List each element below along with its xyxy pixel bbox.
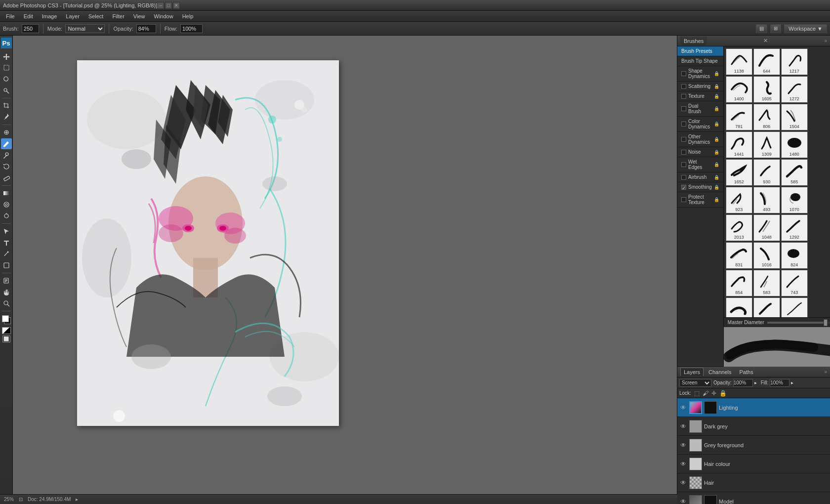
- menu-image[interactable]: Image: [38, 12, 61, 20]
- dual-brush-item[interactable]: Dual Brush 🔒: [677, 101, 723, 117]
- lock-position-icon[interactable]: ✛: [711, 390, 716, 397]
- layer-dark-grey[interactable]: 👁 Dark grey: [677, 417, 830, 436]
- brush-cell-930[interactable]: 930: [753, 159, 780, 186]
- texture-checkbox[interactable]: [681, 94, 686, 99]
- healing-brush-tool[interactable]: [1, 127, 12, 138]
- layer-hair-colour[interactable]: 👁 Hair colour: [677, 455, 830, 473]
- dual-brush-checkbox[interactable]: [681, 106, 686, 111]
- diameter-thumb[interactable]: [824, 319, 828, 326]
- minimize-button[interactable]: ─: [157, 2, 164, 9]
- brush-cell-583[interactable]: 583: [753, 270, 780, 296]
- canvas-image[interactable]: [77, 60, 339, 426]
- brush-cell-781[interactable]: 781: [726, 104, 752, 130]
- color-dynamics-item[interactable]: Color Dynamics 🔒: [677, 117, 723, 132]
- lasso-tool[interactable]: [1, 74, 12, 84]
- path-selection-tool[interactable]: [1, 226, 12, 237]
- hand-tool[interactable]: [1, 287, 12, 297]
- opacity-input[interactable]: [136, 24, 156, 33]
- brush-cell-824[interactable]: 824: [781, 242, 808, 269]
- brush-cell-1504[interactable]: 1504: [781, 104, 808, 130]
- zoom-tool[interactable]: [1, 298, 12, 309]
- menu-edit[interactable]: Edit: [20, 12, 37, 20]
- brush-cell-1400[interactable]: 1400: [726, 76, 752, 103]
- brush-cell-1480[interactable]: 1480: [781, 131, 808, 158]
- scattering-checkbox[interactable]: [681, 84, 686, 89]
- shape-dynamics-item[interactable]: Shape Dynamics 🔒: [677, 66, 723, 82]
- brush-cell-831[interactable]: 831: [726, 242, 752, 269]
- eyedropper-tool[interactable]: [1, 112, 12, 123]
- protect-texture-checkbox[interactable]: [681, 197, 686, 202]
- lock-all-icon[interactable]: 🔒: [719, 390, 727, 397]
- protect-texture-item[interactable]: Protect Texture 🔒: [677, 192, 723, 208]
- brush-cell-806[interactable]: 806: [753, 104, 780, 130]
- opacity-input[interactable]: [733, 379, 753, 387]
- brush-cell-1048[interactable]: 1048: [753, 214, 780, 241]
- layer-hair-visibility[interactable]: 👁: [679, 479, 687, 487]
- color-dynamics-checkbox[interactable]: [681, 122, 686, 126]
- scattering-item[interactable]: Scattering 🔒: [677, 82, 723, 91]
- brush-cell-743[interactable]: 743: [781, 270, 808, 296]
- airbrush-checkbox[interactable]: [681, 175, 686, 180]
- layer-grey-foreground-visibility[interactable]: 👁: [679, 441, 687, 449]
- status-arrow-icon[interactable]: ▸: [76, 497, 78, 502]
- shape-tool[interactable]: [1, 260, 12, 271]
- brush-cell-644[interactable]: 644: [753, 48, 780, 75]
- diameter-slider[interactable]: [767, 322, 830, 324]
- close-button[interactable]: ✕: [173, 2, 180, 9]
- screen-mode-toggle[interactable]: ⬜: [2, 336, 10, 342]
- quick-mask-toggle[interactable]: [2, 327, 11, 334]
- layers-collapse-arrow[interactable]: »: [824, 369, 827, 375]
- move-tool[interactable]: [1, 51, 12, 62]
- history-brush-tool[interactable]: [1, 161, 12, 172]
- menu-window[interactable]: Window: [150, 12, 177, 20]
- layer-hair[interactable]: 👁 Hair: [677, 473, 830, 492]
- brush-cell-1441[interactable]: 1441: [726, 131, 752, 158]
- brush-cell-1309[interactable]: 1309: [753, 131, 780, 158]
- fill-arrow-icon[interactable]: ▸: [791, 380, 793, 385]
- pen-tool[interactable]: [1, 249, 12, 259]
- brushes-collapse-arrow[interactable]: »: [824, 38, 827, 43]
- foreground-color-swatch[interactable]: [2, 315, 9, 322]
- brush-cell-923[interactable]: 923: [726, 187, 752, 213]
- menu-help[interactable]: Help: [178, 12, 198, 20]
- menu-select[interactable]: Select: [84, 12, 108, 20]
- brush-cell-1292[interactable]: 1292: [781, 214, 808, 241]
- quick-select-tool[interactable]: [1, 85, 12, 96]
- wet-edges-checkbox[interactable]: [681, 162, 686, 167]
- shape-dynamics-checkbox[interactable]: [681, 71, 686, 76]
- notes-tool[interactable]: [1, 275, 12, 286]
- brush-presets-item[interactable]: Brush Presets: [677, 46, 723, 56]
- text-tool[interactable]: [1, 237, 12, 248]
- gradient-tool[interactable]: [1, 188, 12, 199]
- paths-tab[interactable]: Paths: [737, 368, 756, 376]
- layer-grey-foreground[interactable]: 👁 Grey foreground: [677, 436, 830, 455]
- menu-file[interactable]: File: [2, 12, 19, 20]
- crop-tool[interactable]: [1, 100, 12, 111]
- brush-cell-1272[interactable]: 1272: [781, 76, 808, 103]
- layer-lighting-visibility[interactable]: 👁: [679, 404, 687, 412]
- smoothing-item[interactable]: ✓ Smoothing 🔒: [677, 182, 723, 192]
- brush-cell-1678[interactable]: 1678: [726, 297, 752, 317]
- brush-cell-493[interactable]: 493: [753, 187, 780, 213]
- marquee-tool[interactable]: [1, 62, 12, 73]
- color-swatches[interactable]: [1, 314, 12, 325]
- brush-tool[interactable]: [1, 138, 12, 149]
- brush-cell-1070[interactable]: 1070: [781, 187, 808, 213]
- layer-dark-grey-visibility[interactable]: 👁: [679, 422, 687, 430]
- blend-mode-select[interactable]: Screen: [679, 379, 711, 387]
- brush-cell-1605[interactable]: 1605: [753, 76, 780, 103]
- menu-view[interactable]: View: [129, 12, 149, 20]
- flow-input[interactable]: [180, 24, 203, 33]
- brush-cell-1016b[interactable]: 1016: [753, 297, 780, 317]
- lock-image-icon[interactable]: 🖌: [703, 390, 708, 397]
- smoothing-checkbox[interactable]: ✓: [681, 185, 686, 190]
- blur-tool[interactable]: [1, 199, 12, 210]
- texture-item[interactable]: Texture 🔒: [677, 91, 723, 101]
- menu-layer[interactable]: Layer: [62, 12, 83, 20]
- layer-model[interactable]: 👁 Model: [677, 492, 830, 504]
- brush-tip-shape-item[interactable]: Brush Tip Shape: [677, 56, 723, 66]
- channels-tab[interactable]: Channels: [706, 368, 734, 376]
- airbrush-item[interactable]: Airbrush 🔒: [677, 172, 723, 182]
- toggle-brushes-button[interactable]: ▤: [756, 24, 767, 33]
- layer-model-visibility[interactable]: 👁: [679, 498, 687, 504]
